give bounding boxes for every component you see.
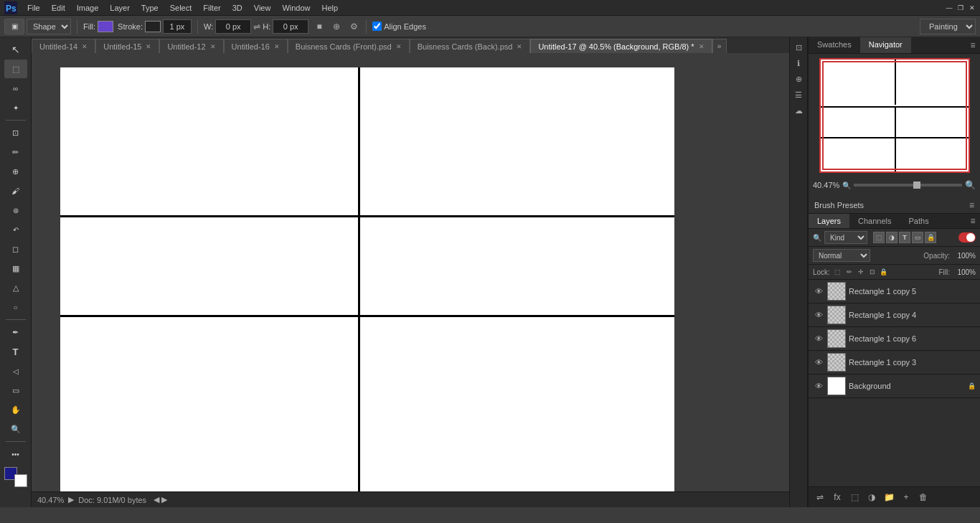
zoom-expand-icon[interactable]: ▶: [68, 495, 74, 504]
tool-lasso[interactable]: ∞: [4, 79, 27, 98]
filter-shape-icon[interactable]: ▭: [912, 232, 923, 243]
shape-icon-3[interactable]: ⚙: [347, 20, 360, 33]
tool-more[interactable]: •••: [4, 445, 27, 463]
tool-pen[interactable]: ✒: [4, 323, 27, 341]
close-tab-untitled15[interactable]: ✕: [146, 43, 151, 50]
height-input[interactable]: [273, 19, 308, 34]
filter-smart-icon[interactable]: 🔒: [925, 232, 936, 243]
tool-blur[interactable]: △: [4, 278, 27, 297]
zoom-max-icon[interactable]: 🔍: [965, 180, 976, 190]
filter-pixel-icon[interactable]: ⬚: [873, 232, 885, 243]
tab-channels[interactable]: Channels: [849, 214, 900, 228]
delete-layer-button[interactable]: 🗑: [916, 490, 930, 504]
filter-adjust-icon[interactable]: ◑: [886, 232, 897, 243]
layer-item-0[interactable]: 👁 Rectangle 1 copy 5: [809, 280, 980, 303]
tool-history[interactable]: ↶: [4, 220, 27, 239]
layer-visibility-2[interactable]: 👁: [813, 333, 824, 344]
layer-visibility-1[interactable]: 👁: [813, 309, 824, 321]
layer-item-1[interactable]: 👁 Rectangle 1 copy 4: [809, 303, 980, 327]
tool-move[interactable]: ↖: [4, 40, 27, 59]
panel-options-icon[interactable]: ≡: [966, 37, 980, 53]
strip-icon-adjustments[interactable]: ⊕: [791, 72, 806, 86]
strip-icon-cc[interactable]: ☁: [791, 103, 806, 118]
workspace-select[interactable]: Painting: [920, 19, 976, 34]
link-layers-button[interactable]: ⇌: [813, 490, 827, 504]
tab-businessback[interactable]: Buisness Cards (Back).psd ✕: [410, 39, 531, 53]
tool-text[interactable]: T: [4, 342, 27, 361]
navigator-viewport-box[interactable]: [822, 61, 967, 170]
tool-preset-picker[interactable]: ▣: [4, 19, 24, 34]
tool-marquee[interactable]: ⬚: [4, 60, 27, 78]
layer-visibility-3[interactable]: 👁: [813, 357, 824, 368]
canvas-content[interactable]: [32, 53, 789, 491]
layer-visibility-4[interactable]: 👁: [813, 380, 824, 392]
tool-stamp[interactable]: ⊛: [4, 201, 27, 220]
close-tab-businessfront[interactable]: ✕: [396, 43, 402, 50]
layer-item-3[interactable]: 👁 Rectangle 1 copy 3: [809, 351, 980, 374]
tool-crop[interactable]: ⊡: [4, 123, 27, 142]
close-button[interactable]: ✕: [967, 3, 977, 13]
link-icon[interactable]: ⇌: [253, 22, 260, 32]
tool-path[interactable]: ◁: [4, 362, 27, 380]
tool-healing[interactable]: ⊕: [4, 162, 27, 181]
tab-overflow[interactable]: »: [712, 39, 727, 53]
tab-layers[interactable]: Layers: [809, 214, 849, 228]
strip-icon-styles[interactable]: ☰: [791, 88, 806, 102]
zoom-slider[interactable]: [854, 184, 962, 187]
menu-select[interactable]: Select: [164, 2, 198, 14]
tool-eraser[interactable]: ◻: [4, 240, 27, 258]
filter-type-icon[interactable]: T: [899, 232, 910, 243]
close-tab-untitled17[interactable]: ✕: [699, 43, 705, 50]
add-mask-button[interactable]: ⬚: [847, 490, 862, 504]
lock-artboard-icon[interactable]: ⊡: [867, 267, 877, 277]
tab-untitled12[interactable]: Untitled-12 ✕: [159, 39, 223, 53]
new-layer-button[interactable]: +: [899, 490, 913, 504]
lock-position-icon[interactable]: ✛: [856, 267, 866, 277]
align-edges-checkbox[interactable]: [372, 22, 382, 31]
fill-color-swatch[interactable]: [98, 21, 113, 32]
shape-icon-1[interactable]: ■: [313, 20, 326, 33]
tab-businessfront[interactable]: Buisness Cards (Front).psd ✕: [288, 39, 410, 53]
lock-transparent-icon[interactable]: ⬚: [833, 267, 843, 277]
opacity-value[interactable]: 100%: [953, 252, 976, 260]
background-color[interactable]: [14, 474, 27, 487]
filter-kind-select[interactable]: Kind: [824, 231, 867, 244]
layer-item-4[interactable]: 👁 Background 🔒: [809, 374, 980, 398]
shape-icon-2[interactable]: ⊕: [330, 20, 343, 33]
width-input[interactable]: [215, 19, 251, 34]
strip-icon-layers[interactable]: ⊡: [791, 40, 806, 55]
tab-untitled17[interactable]: Untitled-17 @ 40.5% (Background, RGB/8) …: [530, 39, 712, 53]
layer-item-2[interactable]: 👁 Rectangle 1 copy 6: [809, 327, 980, 351]
tool-dodge[interactable]: ○: [4, 298, 27, 316]
maximize-button[interactable]: ❐: [956, 3, 966, 13]
menu-file[interactable]: File: [22, 2, 46, 14]
menu-type[interactable]: Type: [136, 2, 164, 14]
menu-layer[interactable]: Layer: [104, 2, 136, 14]
menu-help[interactable]: Help: [316, 2, 344, 14]
filter-toggle[interactable]: [958, 232, 976, 242]
tool-wand[interactable]: ✦: [4, 98, 27, 117]
close-tab-untitled16[interactable]: ✕: [274, 43, 280, 50]
menu-image[interactable]: Image: [71, 2, 105, 14]
minimize-button[interactable]: —: [944, 3, 954, 13]
close-tab-untitled12[interactable]: ✕: [210, 43, 216, 50]
brush-presets-menu-icon[interactable]: ≡: [969, 200, 974, 210]
lock-pixels-icon[interactable]: ✏: [844, 267, 854, 277]
tool-gradient[interactable]: ▦: [4, 259, 27, 278]
menu-window[interactable]: Window: [276, 2, 316, 14]
fill-value[interactable]: 100%: [953, 268, 976, 276]
strip-icon-properties[interactable]: ℹ: [791, 56, 806, 70]
menu-3d[interactable]: 3D: [227, 2, 248, 14]
tab-swatches[interactable]: Swatches: [809, 37, 860, 53]
new-group-button[interactable]: 📁: [882, 490, 896, 504]
tab-navigator[interactable]: Navigator: [860, 37, 911, 53]
blend-mode-select[interactable]: Normal: [813, 249, 870, 262]
layers-panel-menu-icon[interactable]: ≡: [966, 214, 980, 228]
stroke-width-input[interactable]: [163, 19, 192, 34]
tool-eyedropper[interactable]: ✏: [4, 143, 27, 161]
zoom-min-icon[interactable]: 🔍: [842, 182, 851, 189]
lock-all-icon[interactable]: 🔒: [879, 267, 889, 277]
tool-shape[interactable]: ▭: [4, 381, 27, 400]
layer-visibility-0[interactable]: 👁: [813, 286, 824, 297]
tab-untitled16[interactable]: Untitled-16 ✕: [224, 39, 288, 53]
